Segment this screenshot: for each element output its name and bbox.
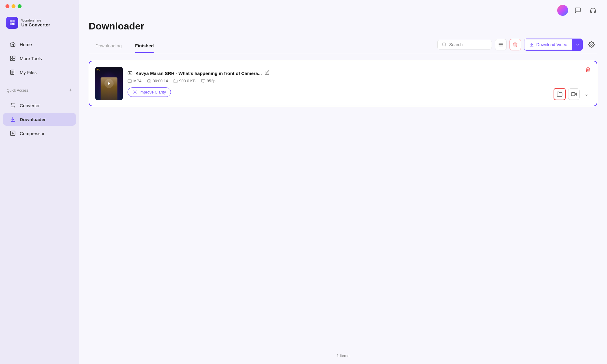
converter-icon <box>10 102 16 108</box>
sidebar: Wondershare UniConverter Home More Tools… <box>0 0 79 364</box>
topbar <box>79 0 607 21</box>
sidebar-item-downloader[interactable]: Downloader <box>3 113 76 126</box>
footer: 1 items <box>79 347 607 364</box>
brand-bottom: UniConverter <box>21 22 50 27</box>
play-overlay[interactable] <box>104 79 114 88</box>
files-icon <box>10 69 16 75</box>
sidebar-item-my-files[interactable]: My Files <box>3 66 76 79</box>
sidebar-nav: Home More Tools My Files <box>0 34 79 82</box>
app-logo <box>6 17 18 29</box>
meta-format: MP4 <box>128 79 142 83</box>
improve-clarity-button[interactable]: Improve Clarity <box>128 87 171 97</box>
sidebar-item-converter[interactable]: Converter <box>3 99 76 112</box>
card-trash-icon <box>585 67 591 72</box>
convert-icon <box>571 91 577 97</box>
open-folder-button[interactable] <box>554 88 566 100</box>
svg-point-21 <box>135 92 136 93</box>
quick-access-label: Quick Access <box>7 88 29 93</box>
headset-icon-button[interactable] <box>588 5 598 16</box>
video-file-icon <box>128 71 132 76</box>
search-icon <box>442 42 447 47</box>
maximize-button[interactable] <box>18 4 22 8</box>
close-button[interactable] <box>5 4 9 8</box>
sidebar-item-compressor[interactable]: Compressor <box>3 127 76 140</box>
svg-rect-3 <box>11 59 13 61</box>
sidebar-label-converter: Converter <box>20 103 40 108</box>
quick-access-nav: Converter Downloader Compressor <box>0 95 79 143</box>
card-actions: ⌄ <box>554 67 591 100</box>
download-video-main: Download Video <box>524 40 572 49</box>
svg-rect-14 <box>128 72 132 75</box>
compressor-icon <box>10 130 16 136</box>
minimize-button[interactable] <box>12 4 15 8</box>
download-video-label: Download Video <box>536 42 567 47</box>
svg-point-0 <box>12 23 14 25</box>
trash-icon <box>513 42 518 47</box>
screen-icon <box>201 79 205 83</box>
settings-button[interactable] <box>586 39 597 50</box>
edit-icon <box>265 70 270 75</box>
video-card: IPL Kavya Maran SRH - What's happening i… <box>89 61 597 106</box>
convert-button[interactable] <box>568 88 580 100</box>
chat-icon-button[interactable] <box>572 5 583 16</box>
search-input[interactable] <box>449 42 487 47</box>
traffic-lights <box>0 0 79 8</box>
quick-access-section: Quick Access + <box>0 82 79 95</box>
svg-line-8 <box>445 46 446 46</box>
sidebar-label-home: Home <box>20 42 32 47</box>
download-video-arrow[interactable] <box>572 39 582 50</box>
home-icon <box>10 41 16 47</box>
svg-marker-13 <box>108 82 110 85</box>
meta-resolution: 852p <box>201 79 216 83</box>
page-title: Downloader <box>89 21 597 32</box>
search-box[interactable] <box>437 40 492 49</box>
folder-icon <box>173 79 178 83</box>
thumbnail-text: IPL <box>97 69 100 71</box>
meta-duration: 00:00:14 <box>147 79 168 83</box>
list-icon <box>498 42 503 47</box>
svg-rect-16 <box>128 80 131 82</box>
toolbar: Download Video <box>437 39 597 54</box>
play-icon <box>107 81 111 86</box>
edit-title-button[interactable] <box>265 70 270 76</box>
folder-open-icon <box>557 91 563 97</box>
list-view-button[interactable] <box>495 39 506 50</box>
add-quick-access-button[interactable]: + <box>69 87 72 94</box>
app-header: Wondershare UniConverter <box>0 10 79 34</box>
sidebar-label-compressor: Compressor <box>20 131 45 136</box>
more-options-button[interactable]: ⌄ <box>582 88 591 100</box>
download-video-button[interactable]: Download Video <box>524 39 583 51</box>
sidebar-item-home[interactable]: Home <box>3 38 76 51</box>
delete-button[interactable] <box>510 39 521 50</box>
video-info: Kavya Maran SRH - What's happening in fr… <box>128 70 549 97</box>
svg-rect-2 <box>13 56 15 58</box>
video-type-icon <box>128 71 132 76</box>
svg-point-7 <box>442 43 446 46</box>
main-content: Downloader Downloading Finished <box>79 0 607 364</box>
user-avatar[interactable] <box>557 5 568 16</box>
tabs: Downloading Finished <box>89 40 160 53</box>
svg-rect-18 <box>201 79 205 82</box>
svg-rect-23 <box>571 93 575 96</box>
sidebar-label-downloader: Downloader <box>20 117 46 122</box>
brand-top: Wondershare <box>21 19 50 22</box>
tabs-toolbar-row: Downloading Finished <box>89 39 597 54</box>
improve-clarity-label: Improve Clarity <box>139 90 166 94</box>
card-delete-button[interactable] <box>585 67 591 73</box>
sidebar-label-more-tools: More Tools <box>20 56 42 61</box>
video-meta: MP4 00:00:14 908.0 KB 852p <box>128 79 549 83</box>
downloader-icon <box>10 116 16 122</box>
video-title: Kavya Maran SRH - What's happening in fr… <box>135 71 262 76</box>
tab-downloading[interactable]: Downloading <box>89 40 128 53</box>
svg-rect-4 <box>13 59 15 61</box>
svg-marker-15 <box>130 73 131 74</box>
grid-icon <box>10 55 16 61</box>
sidebar-item-more-tools[interactable]: More Tools <box>3 52 76 65</box>
svg-marker-22 <box>575 93 576 95</box>
download-icon <box>529 42 534 47</box>
clock-icon <box>147 79 151 83</box>
tab-finished[interactable]: Finished <box>128 40 161 53</box>
sidebar-label-my-files: My Files <box>20 70 37 75</box>
content-area: Downloader Downloading Finished <box>79 21 607 364</box>
improve-clarity-icon <box>133 90 137 94</box>
